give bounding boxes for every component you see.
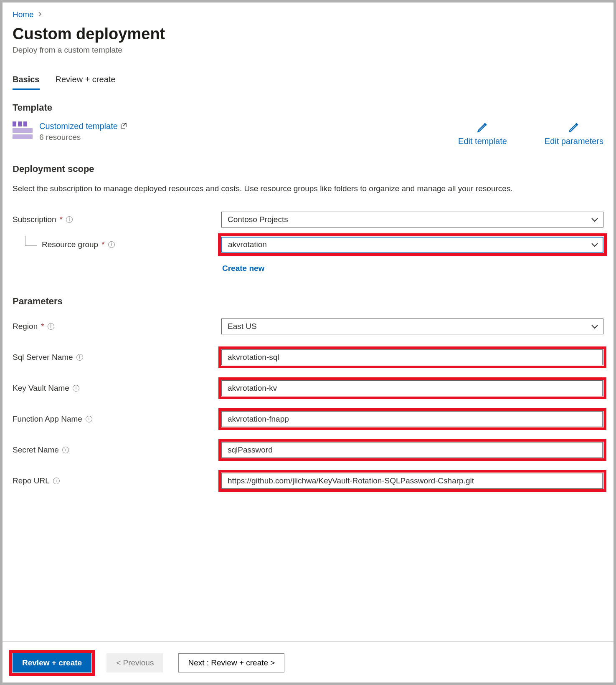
- pencil-icon: [568, 121, 580, 133]
- secret-name-input[interactable]: [221, 442, 603, 458]
- create-new-link[interactable]: Create new: [222, 264, 264, 273]
- info-icon[interactable]: i: [53, 478, 60, 484]
- region-label: Region: [13, 322, 38, 331]
- edit-template-label: Edit template: [458, 136, 507, 146]
- key-vault-name-row: Key Vault Name i: [13, 379, 603, 398]
- resource-group-label: Resource group: [42, 240, 98, 249]
- subscription-value: Contoso Projects: [228, 215, 288, 224]
- info-icon[interactable]: i: [76, 354, 83, 361]
- edit-parameters-button[interactable]: Edit parameters: [545, 121, 603, 146]
- resource-group-value: akvrotation: [228, 240, 267, 249]
- section-parameters-heading: Parameters: [13, 296, 603, 307]
- subscription-row: Subscription * i Contoso Projects: [13, 210, 603, 229]
- function-app-name-input[interactable]: [221, 411, 603, 427]
- open-in-new-icon: [120, 122, 127, 130]
- sql-server-name-row: Sql Server Name i: [13, 348, 603, 367]
- key-vault-name-label: Key Vault Name: [13, 384, 69, 393]
- secret-name-row: Secret Name i: [13, 440, 603, 460]
- next-button[interactable]: Next : Review + create >: [178, 653, 284, 672]
- footer: Review + create < Previous Next : Review…: [3, 641, 613, 682]
- scope-description: Select the subscription to manage deploy…: [13, 183, 564, 195]
- tree-line-icon: [25, 236, 37, 246]
- required-asterisk: *: [60, 215, 63, 224]
- tab-basics[interactable]: Basics: [13, 75, 40, 90]
- region-select[interactable]: East US: [221, 318, 603, 334]
- function-app-name-label: Function App Name: [13, 415, 82, 424]
- custom-deployment-page: Home Custom deployment Deploy from a cus…: [3, 3, 613, 682]
- sql-server-name-input[interactable]: [221, 349, 603, 365]
- create-new-row: Create new: [13, 258, 603, 277]
- template-tile-icon: [13, 121, 33, 139]
- previous-button[interactable]: < Previous: [106, 653, 163, 672]
- section-template-heading: Template: [13, 102, 603, 113]
- breadcrumb-home-link[interactable]: Home: [13, 10, 34, 19]
- repo-url-input[interactable]: [221, 473, 603, 489]
- info-icon[interactable]: i: [66, 216, 73, 223]
- page-subtitle: Deploy from a custom template: [13, 45, 603, 55]
- tab-review-create[interactable]: Review + create: [56, 75, 116, 90]
- resource-group-row: Resource group * i akvrotation: [13, 235, 603, 254]
- region-value: East US: [228, 322, 257, 331]
- customized-template-link[interactable]: Customized template: [39, 121, 127, 131]
- sql-server-name-label: Sql Server Name: [13, 353, 73, 362]
- key-vault-name-input[interactable]: [221, 380, 603, 396]
- info-icon[interactable]: i: [86, 416, 92, 422]
- resource-group-select[interactable]: akvrotation: [221, 237, 603, 253]
- page-title: Custom deployment: [13, 25, 603, 43]
- tabs: Basics Review + create: [13, 75, 603, 91]
- resources-count: 6 resources: [39, 133, 127, 142]
- customized-template-label: Customized template: [39, 121, 118, 131]
- info-icon[interactable]: i: [73, 385, 79, 392]
- required-asterisk: *: [41, 322, 44, 331]
- review-create-button[interactable]: Review + create: [13, 653, 91, 672]
- edit-parameters-label: Edit parameters: [545, 136, 603, 146]
- repo-url-row: Repo URL i: [13, 471, 603, 490]
- subscription-label: Subscription: [13, 215, 56, 224]
- region-row: Region * i East US: [13, 317, 603, 336]
- info-icon[interactable]: i: [62, 447, 69, 453]
- pencil-icon: [477, 121, 488, 133]
- repo-url-label: Repo URL: [13, 476, 50, 485]
- breadcrumb: Home: [13, 10, 603, 19]
- info-icon[interactable]: i: [48, 323, 54, 330]
- info-icon[interactable]: i: [108, 241, 115, 248]
- secret-name-label: Secret Name: [13, 445, 59, 455]
- chevron-right-icon: [38, 11, 42, 18]
- required-asterisk: *: [101, 240, 104, 249]
- function-app-name-row: Function App Name i: [13, 409, 603, 429]
- template-row: Customized template 6 resources Edit tem…: [13, 121, 603, 146]
- section-scope-heading: Deployment scope: [13, 164, 603, 174]
- edit-template-button[interactable]: Edit template: [458, 121, 507, 146]
- subscription-select[interactable]: Contoso Projects: [221, 212, 603, 227]
